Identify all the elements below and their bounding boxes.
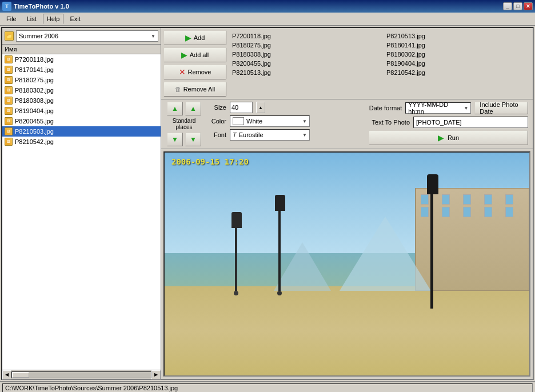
color-preview [233, 117, 244, 125]
color-row: Color White ▼ [206, 115, 365, 127]
font-dropdown[interactable]: T Eurostile ▼ [230, 129, 310, 141]
right-panel: ▶ Add ▶ Add all ✕ Remove 🗑 Remove All P7… [161, 28, 533, 379]
file-item[interactable]: 🖼P8180275.jpg [2, 75, 161, 85]
menu-exit[interactable]: Exit [66, 14, 84, 24]
menu-file[interactable]: File [2, 14, 21, 24]
controls-row: ▲ ▲ Standard places ▼ ▼ Size 40 [161, 99, 533, 149]
file-list[interactable]: 🖼P7200118.jpg🖼P8170141.jpg🖼P8180275.jpg🖼… [2, 54, 161, 370]
menu-bar: File List Help Exit [0, 13, 535, 26]
main-content: 📁 Summer 2006 ▼ Имя 🖼P7200118.jpg🖼P81701… [1, 27, 534, 380]
format-controls: Size 40 ▲ Color White ▼ [206, 102, 365, 146]
file-item[interactable]: 🖼P8180302.jpg [2, 85, 161, 95]
preview-file-name: P8190404.jpg [386, 59, 529, 68]
menu-help[interactable]: Help [43, 14, 64, 24]
color-value: White [246, 118, 262, 125]
preview-area: 2006-09-15 17:20 [163, 151, 530, 377]
standard-places-label: Standard places [166, 118, 202, 130]
nav-up-right-button[interactable]: ▲ [185, 102, 201, 115]
size-row: Size 40 ▲ [206, 102, 365, 113]
app-title: TimeToPhoto v 1.0 [14, 3, 502, 10]
folder-dropdown[interactable]: Summer 2006 ▼ [16, 30, 158, 42]
minimize-button[interactable]: _ [503, 2, 512, 10]
app-icon: T [2, 2, 11, 11]
menu-list[interactable]: List [23, 14, 41, 24]
status-bar: C:\WORK\TimeToPhoto\Sources\Summer 2006\… [0, 381, 535, 392]
horizontal-scrollbar[interactable]: ◀ ▶ [2, 370, 161, 379]
file-name: P8180302.jpg [15, 87, 54, 94]
file-thumb-icon: 🖼 [5, 117, 13, 125]
file-item[interactable]: 🖼P8200455.jpg [2, 116, 161, 126]
file-thumb-icon: 🖼 [5, 55, 13, 63]
file-thumb-icon: 🖼 [5, 107, 13, 115]
date-controls: Date format YYYY-MM-DD hh:nn ▼ Include P… [369, 102, 528, 146]
timestamp-overlay: 2006-09-15 17:20 [171, 157, 249, 166]
include-photo-label: Include Photo Date [480, 101, 523, 115]
font-label: Font [206, 131, 226, 138]
size-label: Size [206, 104, 226, 111]
date-format-row: Date format YYYY-MM-DD hh:nn ▼ Include P… [369, 102, 528, 114]
remove-label: Remove [188, 69, 211, 75]
file-thumb-icon: 🖼 [5, 76, 13, 84]
preview-file-name: P8180308.jpg [232, 50, 375, 59]
file-item[interactable]: 🖼P8190404.jpg [2, 106, 161, 116]
button-area: ▶ Add ▶ Add all ✕ Remove 🗑 Remove All [163, 30, 226, 97]
add-button[interactable]: ▶ Add [163, 30, 226, 45]
file-name: P8210503.jpg [15, 128, 54, 135]
remove-button[interactable]: ✕ Remove [163, 65, 226, 79]
lamppost-2 [274, 195, 285, 295]
preview-file-name: P8210542.jpg [386, 68, 529, 77]
color-dropdown[interactable]: White ▼ [230, 115, 310, 127]
file-name: P8210542.jpg [15, 138, 54, 145]
font-row: Font T Eurostile ▼ [206, 129, 365, 141]
color-dropdown-arrow: ▼ [302, 119, 307, 124]
scroll-left-button[interactable]: ◀ [2, 370, 11, 379]
lamppost-3 [425, 174, 438, 309]
nav-down-right-button[interactable]: ▼ [185, 133, 201, 146]
date-format-dropdown[interactable]: YYYY-MM-DD hh:nn ▼ [405, 102, 471, 114]
add-all-icon: ▶ [181, 50, 187, 59]
file-list-column-name: Имя [5, 46, 17, 53]
file-item[interactable]: 🖼P8210542.jpg [2, 137, 161, 147]
run-row: ▶ Run [369, 130, 528, 145]
maximize-button[interactable]: □ [513, 2, 522, 10]
preview-file-name: P8210513.jpg [386, 31, 529, 41]
title-bar: T TimeToPhoto v 1.0 _ □ ✕ [0, 0, 535, 13]
remove-icon: ✕ [179, 67, 186, 77]
nav-area: ▲ ▲ Standard places ▼ ▼ [166, 102, 202, 146]
close-button[interactable]: ✕ [524, 2, 533, 10]
preview-file-name: P8200455.jpg [232, 59, 375, 68]
date-format-label: Date format [369, 105, 402, 111]
file-thumb-icon: 🖼 [5, 86, 13, 94]
size-input[interactable]: 40 [230, 102, 253, 113]
file-item[interactable]: 🖼P8170141.jpg [2, 65, 161, 75]
size-spin-up[interactable]: ▲ [256, 102, 265, 113]
ground [165, 286, 529, 375]
lamppost-1 [230, 212, 242, 295]
top-area: ▶ Add ▶ Add all ✕ Remove 🗑 Remove All P7… [161, 28, 533, 99]
scroll-track[interactable] [11, 371, 151, 378]
file-list-header: Имя [2, 45, 161, 54]
nav-down-left-button[interactable]: ▼ [167, 133, 183, 146]
left-panel: 📁 Summer 2006 ▼ Имя 🖼P7200118.jpg🖼P81701… [2, 28, 161, 379]
run-icon: ▶ [438, 133, 444, 142]
run-button[interactable]: ▶ Run [369, 130, 528, 145]
text-to-photo-row: Text To Photo [369, 117, 528, 128]
text-to-photo-input[interactable] [413, 117, 528, 128]
folder-icon: 📁 [5, 31, 14, 41]
file-item[interactable]: 🖼P8180308.jpg [2, 95, 161, 106]
scroll-right-button[interactable]: ▶ [151, 370, 161, 379]
text-to-photo-label: Text To Photo [369, 119, 410, 126]
file-item[interactable]: 🖼P8210503.jpg [2, 126, 161, 137]
include-photo-date-button[interactable]: Include Photo Date [474, 102, 528, 114]
color-label: Color [206, 118, 226, 125]
nav-up-left-button[interactable]: ▲ [167, 102, 183, 115]
add-all-button[interactable]: ▶ Add all [163, 47, 226, 62]
file-item[interactable]: 🖼P7200118.jpg [2, 54, 161, 65]
font-icon: T [233, 131, 237, 138]
file-thumb-icon: 🖼 [5, 66, 13, 74]
font-value: Eurostile [239, 131, 263, 138]
dropdown-arrow-icon: ▼ [151, 34, 155, 39]
scroll-thumb[interactable] [12, 372, 29, 378]
remove-all-button[interactable]: 🗑 Remove All [163, 82, 226, 97]
remove-all-label: Remove All [183, 86, 215, 93]
